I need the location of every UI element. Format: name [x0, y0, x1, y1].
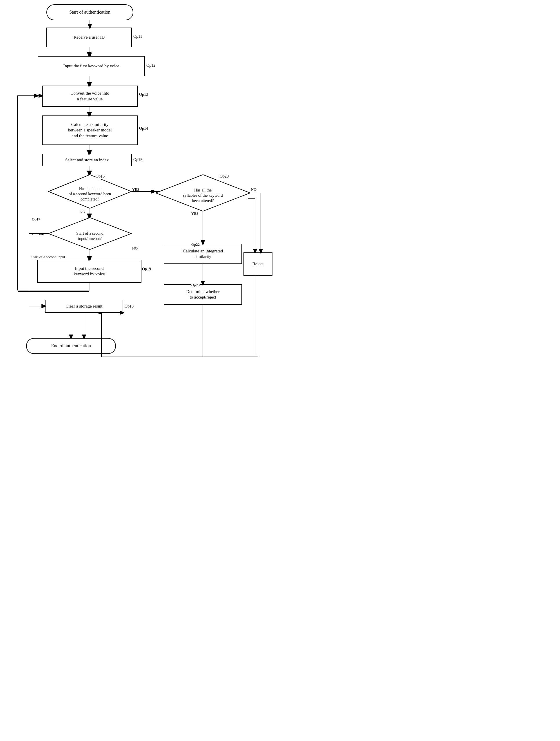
op15-box: Select and store an index [42, 154, 132, 166]
op22-box: Calculate an integrated similarity [164, 244, 242, 264]
op20-no-label: NO [251, 187, 256, 192]
op20-diamond: Has all the syllables of the keyword bee… [155, 174, 251, 212]
op18-box: Clear a storage result [45, 300, 123, 313]
op21-box: Reject [243, 253, 272, 276]
op17-diamond: Start of a second input/timeout? [48, 217, 132, 250]
timeout-label: Timeout [31, 231, 44, 236]
op16-label: Op16 [96, 174, 105, 179]
flowchart: Start of authentication Receive a user I… [0, 0, 280, 370]
op15-label: Op15 [133, 157, 142, 162]
op14-label: Op14 [139, 126, 148, 131]
start-terminal: Start of authentication [47, 4, 133, 20]
op12-box: Input the first keyword by voice [38, 56, 145, 76]
op20-label: Op20 [220, 174, 229, 179]
op13-box: Convert the voice into a feature value [42, 85, 138, 107]
op22-label: Op22 [191, 242, 200, 247]
op19-label: Op19 [142, 267, 151, 272]
op20-yes-label: YES [191, 211, 198, 216]
op17-no-label: NO [132, 246, 138, 251]
op19-box: Input the second keyword by voice [37, 260, 142, 283]
op23-box: Determine whether to accept/reject [164, 284, 242, 305]
op17-label: Op17 [32, 217, 40, 222]
op16-no-label: NO [80, 209, 85, 214]
start-second-input-label: Start of a second input [31, 255, 65, 259]
op16-yes-label: YES [132, 187, 140, 192]
end-terminal: End of authentication [26, 338, 116, 354]
op12-label: Op12 [146, 63, 155, 68]
op16-diamond: Has the input of a second keyword been c… [48, 174, 132, 209]
op23-label: Op23 [191, 283, 200, 287]
op11-box: Receive a user ID [47, 27, 132, 47]
op18-label: Op18 [125, 304, 134, 309]
op13-label: Op13 [139, 92, 148, 97]
op11-label: Op11 [133, 34, 142, 39]
op14-box: Calculate a similarity between a speaker… [42, 116, 138, 145]
